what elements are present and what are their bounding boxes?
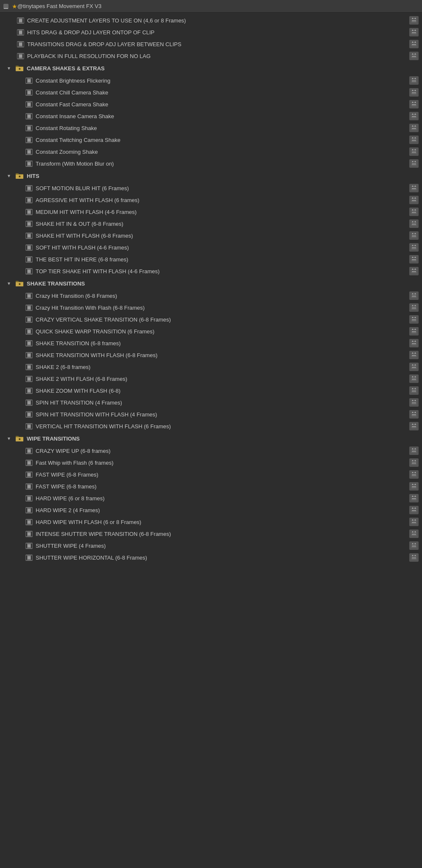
- list-item[interactable]: SPIN HIT TRANSITION (4 Frames): [0, 397, 422, 408]
- group-header-row[interactable]: ▾ ★ CAMERA SHAKES & EXTRAS: [0, 62, 422, 75]
- action-button[interactable]: [409, 410, 419, 419]
- list-item[interactable]: PLAYBACK IN FULL RESOLUTION FOR NO LAG: [0, 50, 422, 62]
- list-item[interactable]: Fast Whip with Flash (6 frames): [0, 457, 422, 469]
- group-header-row[interactable]: ▾ ★ SHAKE TRANSITIONS: [0, 277, 422, 290]
- action-button[interactable]: [409, 243, 419, 252]
- action-button[interactable]: [409, 255, 419, 263]
- action-button[interactable]: [409, 482, 419, 491]
- list-item[interactable]: Constant Zooming Shake: [0, 146, 422, 158]
- list-item[interactable]: SOFT HIT WITH FLASH (4-6 Frames): [0, 241, 422, 253]
- list-item[interactable]: CRAZY WIPE UP (6-8 frames): [0, 445, 422, 457]
- action-button[interactable]: [409, 422, 419, 430]
- list-item[interactable]: HARD WIPE (6 or 8 frames): [0, 492, 422, 504]
- svg-rect-7: [415, 20, 416, 21]
- action-button[interactable]: [409, 136, 419, 144]
- action-button[interactable]: [409, 291, 419, 300]
- action-button[interactable]: [409, 28, 419, 36]
- list-item[interactable]: SHAKE TRANSITION (6-8 frames): [0, 337, 422, 349]
- action-button[interactable]: [409, 208, 419, 216]
- action-button[interactable]: [409, 112, 419, 120]
- svg-rect-141: [414, 271, 414, 272]
- action-button[interactable]: [409, 386, 419, 395]
- list-item[interactable]: HITS DRAG & DROP ADJ LAYER ONTOP OF CLIP: [0, 26, 422, 38]
- list-item[interactable]: CREATE ADJUSTMENT LAYERS TO USE ON (4,6 …: [0, 14, 422, 26]
- action-button[interactable]: [409, 446, 419, 455]
- list-item[interactable]: FAST WIPE (6-8 frames): [0, 480, 422, 492]
- action-button[interactable]: [409, 541, 419, 550]
- list-item[interactable]: TRANSITIONS DRAG & DROP ADJ LAYER BETWEE…: [0, 38, 422, 50]
- action-button[interactable]: [409, 16, 419, 25]
- group-header-row[interactable]: ▾ ★ HITS: [0, 169, 422, 182]
- list-item[interactable]: SHUTTER WIPE HORIZONTAL (6-8 Frames): [0, 552, 422, 563]
- action-button[interactable]: [409, 303, 419, 312]
- list-item[interactable]: Constant Brightness Flickering: [0, 75, 422, 86]
- film-clip-icon: [25, 340, 33, 347]
- film-clip-icon: [25, 388, 33, 394]
- action-button[interactable]: [409, 231, 419, 240]
- action-button[interactable]: [409, 530, 419, 538]
- list-item[interactable]: Transform (With Motion Blur on): [0, 158, 422, 169]
- action-button[interactable]: [409, 267, 419, 275]
- list-item[interactable]: Crazy Hit Transition (6-8 Frames): [0, 290, 422, 302]
- list-item[interactable]: SHAKE ZOOM WITH FLASH (6-8): [0, 385, 422, 397]
- list-item[interactable]: AGRESSIVE HIT WITH FLASH (6 frames): [0, 194, 422, 206]
- action-button[interactable]: [409, 553, 419, 562]
- list-item[interactable]: Crazy Hit Transition With Flash (6-8 Fra…: [0, 302, 422, 313]
- action-button[interactable]: [409, 124, 419, 132]
- action-button[interactable]: [409, 506, 419, 514]
- action-button[interactable]: [409, 159, 419, 168]
- action-button[interactable]: [409, 398, 419, 407]
- window-controls[interactable]: [3, 4, 8, 9]
- list-item[interactable]: Constant Fast Camera Shake: [0, 98, 422, 110]
- list-item[interactable]: Constant Rotating Shake: [0, 122, 422, 134]
- action-button[interactable]: [409, 458, 419, 467]
- list-item[interactable]: QUICK SHAKE WARP TRANSITION (6 Frames): [0, 325, 422, 337]
- list-item[interactable]: CRAZY VERTICAL SHAKE TRANSITION (6-8 Fra…: [0, 313, 422, 325]
- action-button[interactable]: [409, 219, 419, 228]
- action-button[interactable]: [409, 470, 419, 479]
- action-button[interactable]: [409, 494, 419, 502]
- action-button[interactable]: [409, 147, 419, 156]
- svg-rect-263: [415, 498, 416, 499]
- list-item[interactable]: SHAKE HIT WITH FLASH (6-8 Frames): [0, 230, 422, 241]
- action-button[interactable]: [409, 351, 419, 359]
- list-item[interactable]: TOP TIER SHAKE HIT WITH FLASH (4-6 Frame…: [0, 265, 422, 277]
- list-item[interactable]: THE BEST HIT IN HERE (6-8 frames): [0, 253, 422, 265]
- film-clip-icon: [25, 221, 33, 227]
- action-button[interactable]: [409, 88, 419, 97]
- svg-rect-45: [412, 102, 413, 103]
- action-button[interactable]: [409, 327, 419, 336]
- svg-rect-74: [415, 149, 416, 150]
- list-item[interactable]: SPIN HIT TRANSITION WITH FLASH (4 Frames…: [0, 408, 422, 420]
- list-item[interactable]: SHAKE TRANSITION WITH FLASH (6-8 Frames): [0, 349, 422, 361]
- action-button[interactable]: [409, 315, 419, 324]
- action-button[interactable]: [409, 196, 419, 204]
- action-button[interactable]: [409, 339, 419, 347]
- list-item[interactable]: Constant Chill Camera Shake: [0, 86, 422, 98]
- list-item[interactable]: SHAKE 2 WITH FLASH (6-8 Frames): [0, 373, 422, 385]
- action-button[interactable]: [409, 52, 419, 60]
- list-item[interactable]: SHAKE 2 (6-8 frames): [0, 361, 422, 373]
- action-button[interactable]: [409, 184, 419, 192]
- list-item[interactable]: Constant Insane Camera Shake: [0, 110, 422, 122]
- list-item[interactable]: Constant Twitching Camera Shake: [0, 134, 422, 146]
- svg-rect-280: [415, 531, 416, 532]
- list-item[interactable]: HARD WIPE WITH FLASH (6 or 8 Frames): [0, 516, 422, 528]
- item-label: TOP TIER SHAKE HIT WITH FLASH (4-6 Frame…: [36, 268, 408, 275]
- list-item[interactable]: HARD WIPE 2 (4 Frames): [0, 504, 422, 516]
- list-item[interactable]: MEDIUM HIT WITH FLASH (4-6 Frames): [0, 206, 422, 218]
- list-item[interactable]: SHAKE HIT IN & OUT (6-8 Frames): [0, 218, 422, 230]
- action-button[interactable]: [409, 100, 419, 108]
- list-item[interactable]: SOFT MOTION BLUR HIT (6 Frames): [0, 182, 422, 194]
- action-button[interactable]: [409, 374, 419, 383]
- action-button[interactable]: [409, 40, 419, 48]
- list-item[interactable]: VERTICAL HIT TRANSITION WITH FLASH (6 Fr…: [0, 420, 422, 432]
- window-minimize-btn[interactable]: [3, 4, 8, 9]
- action-button[interactable]: [409, 518, 419, 526]
- action-button[interactable]: [409, 363, 419, 371]
- action-button[interactable]: [409, 76, 419, 85]
- list-item[interactable]: SHUTTER WIPE (4 Frames): [0, 540, 422, 552]
- list-item[interactable]: FAST WIPE (6-8 Frames): [0, 469, 422, 480]
- group-header-row[interactable]: ▾ ★ WIPE TRANSITIONS: [0, 432, 422, 445]
- list-item[interactable]: INTENSE SHUTTER WIPE TRANSITION (6-8 Fra…: [0, 528, 422, 540]
